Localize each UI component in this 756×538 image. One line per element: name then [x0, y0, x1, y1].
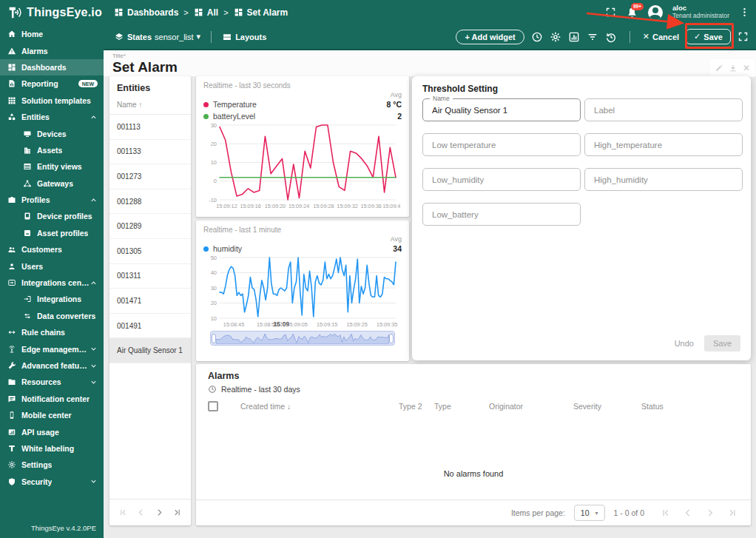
previous-page-icon[interactable] — [683, 508, 693, 518]
first-page-icon[interactable] — [118, 508, 128, 517]
alarms-timewindow[interactable]: Realtime - last 30 days — [196, 384, 751, 398]
legend-item-batteryLevel[interactable]: batteryLevel2 — [203, 110, 402, 122]
sidebar-item-advanced-features[interactable]: Advanced features — [0, 357, 104, 374]
navigator-left-handle[interactable] — [212, 334, 216, 343]
entity-row[interactable]: 001288 — [109, 189, 191, 215]
sidebar-item-alarms[interactable]: Alarms — [0, 42, 104, 58]
chart-navigator[interactable] — [210, 331, 395, 346]
sidebar-item-security[interactable]: Security — [0, 474, 104, 490]
sidebar-item-dashboards[interactable]: Dashboards — [0, 59, 104, 75]
edge-icon — [7, 345, 16, 354]
version-history-icon[interactable] — [605, 31, 617, 43]
entity-row[interactable]: 001113 — [109, 115, 191, 140]
column-created-time[interactable]: Created time ↓ — [240, 402, 399, 411]
low-humidity-input[interactable] — [423, 169, 580, 190]
fullscreen-icon[interactable] — [605, 7, 616, 18]
settings-icon[interactable] — [550, 31, 561, 43]
sidebar-item-solution-templates[interactable]: Solution templates — [0, 93, 104, 109]
next-page-icon[interactable] — [155, 508, 164, 517]
sidebar-item-rule-chains[interactable]: Rule chains — [0, 324, 104, 340]
entity-row[interactable]: 001471 — [109, 289, 191, 314]
sidebar-item-resources[interactable]: Resources — [0, 374, 104, 390]
sidebar-item-white-labeling[interactable]: White labeling — [0, 440, 104, 457]
undo-button[interactable]: Undo — [675, 339, 694, 348]
save-button[interactable]: ✓ Save — [686, 29, 731, 44]
low-temperature-input[interactable] — [423, 134, 580, 155]
sidebar-item-data-converters[interactable]: Data converters — [0, 308, 104, 324]
download-icon[interactable] — [729, 64, 738, 73]
sidebar-item-reporting[interactable]: ReportingNEW — [0, 75, 104, 92]
states-button[interactable]: States sensor_list ▾ — [114, 32, 200, 42]
temperature-chart-widget[interactable]: Realtime - last 30 seconds Avg Temperatu… — [196, 76, 409, 217]
sidebar-item-settings[interactable]: Settings — [0, 457, 104, 473]
previous-page-icon[interactable] — [136, 508, 146, 517]
user-info[interactable]: aloc Tenant administrator — [672, 4, 729, 20]
app-logo[interactable]: ThingsEye.io — [0, 4, 105, 21]
legend-item-humidity[interactable]: humidity34 — [203, 243, 402, 255]
low-battery-input[interactable] — [423, 204, 580, 225]
close-icon[interactable]: ✕ — [743, 63, 750, 73]
breadcrumb-dashboards[interactable]: Dashboards — [114, 7, 178, 18]
entities-name-column-header[interactable]: Name ↑ — [109, 96, 191, 115]
sidebar-item-assets[interactable]: Assets — [0, 142, 104, 158]
sidebar-item-entities[interactable]: Entities — [0, 109, 104, 125]
last-page-icon[interactable] — [727, 508, 738, 518]
sidebar-item-asset-profiles[interactable]: Asset profiles — [0, 225, 104, 241]
sidebar-item-devices[interactable]: Devices — [0, 125, 104, 141]
next-page-icon[interactable] — [705, 508, 715, 518]
name-input[interactable] — [423, 99, 580, 121]
column-type[interactable]: Type — [434, 402, 489, 411]
entity-row[interactable]: 001289 — [109, 214, 191, 239]
column-status[interactable]: Status — [641, 402, 751, 411]
users-icon — [7, 262, 16, 271]
humidity-chart-widget[interactable]: Realtime - last 1 minute Avg humidity34 … — [196, 221, 409, 361]
sidebar-item-integrations-center[interactable]: Integrations center — [0, 275, 104, 291]
breadcrumb-all[interactable]: All — [194, 7, 218, 18]
last-page-icon[interactable] — [172, 508, 182, 517]
entity-aliases-icon[interactable] — [568, 31, 580, 43]
sidebar-item-edge-management[interactable]: Edge management — [0, 340, 104, 357]
fullscreen-icon[interactable] — [738, 31, 749, 42]
sidebar-item-gateways[interactable]: Gateways — [0, 175, 104, 192]
sidebar-item-profiles[interactable]: Profiles — [0, 192, 104, 208]
column-originator[interactable]: Originator — [489, 402, 573, 411]
avatar[interactable] — [648, 5, 663, 20]
first-page-icon[interactable] — [661, 508, 671, 518]
sidebar-item-users[interactable]: Users — [0, 258, 104, 274]
column-type2[interactable]: Type 2 — [399, 402, 434, 411]
high-humidity-input[interactable] — [585, 169, 742, 190]
layouts-button[interactable]: Layouts — [222, 32, 266, 42]
threshold-save-button[interactable]: Save — [704, 335, 740, 352]
cancel-button[interactable]: ✕ Cancel — [643, 32, 679, 41]
sidebar-item-integrations[interactable]: Integrations — [0, 291, 104, 307]
label-input[interactable] — [585, 99, 742, 121]
high-temperature-input[interactable] — [585, 134, 742, 155]
notifications-button[interactable]: 99+ — [626, 6, 638, 19]
page-size-select[interactable]: 10▾ — [574, 505, 605, 521]
entity-row[interactable]: 001133 — [109, 140, 191, 165]
sidebar-item-customers[interactable]: Customers — [0, 241, 104, 258]
sidebar-item-api-usage[interactable]: API usage — [0, 423, 104, 440]
breadcrumb-set-alarm[interactable]: Set Alarm — [234, 7, 288, 18]
sidebar-item-home[interactable]: Home — [0, 26, 104, 42]
select-all-checkbox[interactable] — [208, 401, 218, 411]
more-menu-icon[interactable] — [739, 7, 750, 18]
sidebar-item-notification-center[interactable]: Notification center — [0, 391, 104, 407]
entity-row[interactable]: 001311 — [109, 264, 191, 289]
entity-row[interactable]: 001305 — [109, 239, 191, 264]
timewindow-icon[interactable] — [531, 31, 543, 43]
entity-row[interactable]: 001491 — [109, 314, 191, 339]
column-severity[interactable]: Severity — [573, 402, 641, 411]
filters-icon[interactable] — [587, 31, 598, 43]
page-title[interactable]: Set Alarm — [112, 59, 178, 75]
legend-item-Temperature[interactable]: Temperature8 °C — [203, 98, 402, 110]
entity-row[interactable]: Air Quality Sensor 1 — [109, 338, 191, 363]
sidebar-item-entity-views[interactable]: Entity views — [0, 158, 104, 175]
add-widget-button[interactable]: + Add widget — [456, 30, 524, 44]
sidebar-item-device-profiles[interactable]: Device profiles — [0, 208, 104, 224]
navigator-right-handle[interactable] — [389, 334, 394, 343]
svg-text:30: 30 — [211, 285, 217, 292]
edit-icon[interactable] — [715, 64, 723, 73]
entity-row[interactable]: 001273 — [109, 164, 191, 189]
sidebar-item-mobile-center[interactable]: Mobile center — [0, 407, 104, 423]
